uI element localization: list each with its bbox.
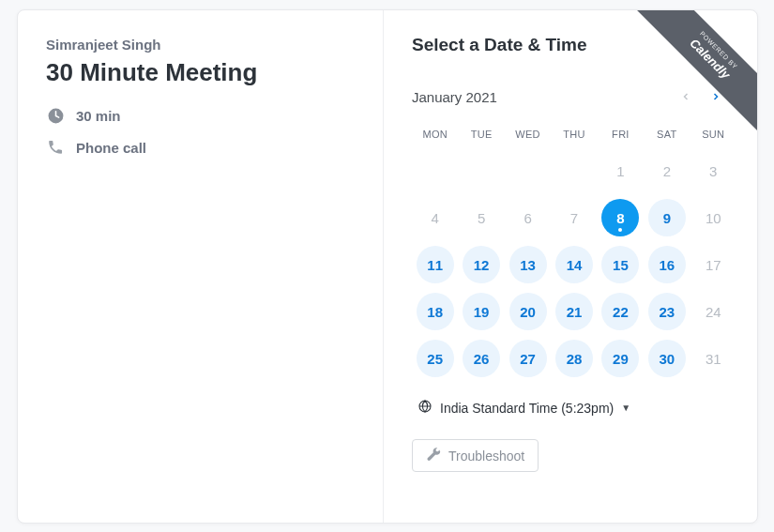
day-number: 7 [570,210,578,226]
location-row: Phone call [46,138,355,157]
day-number: 18 [417,293,454,330]
chevron-down-icon: ▼ [621,403,630,413]
day-number: 3 [709,163,717,179]
duration-label: 30 min [76,108,121,124]
day-number: 31 [706,351,721,367]
day-number: 25 [417,340,454,377]
calendar-day: 2 [644,151,690,190]
month-label: January 2021 [412,89,671,105]
calendar: January 2021 MONTUEWEDTHUFRISATSUN 12345… [412,82,736,378]
day-number: 8 [601,199,639,236]
calendar-day[interactable]: 23 [644,292,690,331]
prev-month-button[interactable] [671,82,701,112]
booking-card: Simranjeet Singh 30 Minute Meeting 30 mi… [17,9,758,524]
day-number: 2 [663,163,671,179]
timezone-button[interactable]: India Standard Time (5:23pm) ▼ [412,399,736,417]
calendar-day: 10 [691,198,736,237]
calendar-day[interactable]: 29 [598,339,644,378]
duration-row: 30 min [46,106,355,125]
day-number: 5 [478,210,485,226]
day-number: 15 [601,246,639,283]
day-number: 17 [706,257,721,273]
phone-icon [46,138,65,157]
calendar-day: 24 [691,292,736,331]
calendar-day: 31 [691,339,736,378]
weekday-label: FRI [598,129,644,140]
host-name: Simranjeet Singh [46,37,355,53]
day-number: 30 [648,340,686,377]
calendar-day[interactable]: 9 [644,198,690,237]
calendar-day[interactable]: 19 [458,292,504,331]
day-number: 6 [524,210,531,226]
calendar-day [412,151,458,190]
calendar-day[interactable]: 15 [598,245,644,284]
calendar-day[interactable]: 18 [412,292,458,331]
calendar-day: 7 [551,198,597,237]
day-number: 29 [601,340,639,377]
weekday-label: SAT [644,129,690,140]
troubleshoot-button[interactable]: Troubleshoot [412,439,539,472]
weekday-label: WED [505,129,551,140]
calendar-day [458,151,504,190]
troubleshoot-label: Troubleshoot [448,448,524,464]
day-number: 28 [555,340,593,377]
weekday-label: MON [412,129,458,140]
day-number: 10 [706,210,721,226]
calendar-day[interactable]: 16 [644,245,690,284]
meeting-title: 30 Minute Meeting [46,58,355,87]
calendar-day [551,151,597,190]
calendar-day[interactable]: 28 [551,339,597,378]
day-number: 21 [555,293,593,330]
weekday-label: SUN [691,129,736,140]
calendar-grid: 1234567891011121314151617181920212223242… [412,151,736,378]
day-number: 20 [509,293,547,330]
weekday-label: THU [551,129,597,140]
day-number: 4 [432,210,439,226]
day-number: 27 [509,340,547,377]
calendar-panel: Select a Date & Time January 2021 MONTUE… [384,10,757,523]
globe-icon [417,399,433,417]
calendar-day[interactable]: 25 [412,339,458,378]
day-number: 19 [463,293,500,330]
calendar-day[interactable]: 20 [505,292,551,331]
day-number: 11 [417,246,454,283]
calendar-day: 3 [691,151,736,190]
calendar-day[interactable]: 22 [598,292,644,331]
calendar-day[interactable]: 27 [505,339,551,378]
calendar-day[interactable]: 8 [598,198,644,237]
clock-icon [46,106,65,125]
day-number: 13 [509,246,547,283]
calendar-day: 1 [598,151,644,190]
day-number: 16 [648,246,686,283]
calendar-day[interactable]: 14 [551,245,597,284]
meeting-details-panel: Simranjeet Singh 30 Minute Meeting 30 mi… [18,10,384,523]
wrench-icon [426,447,441,464]
location-label: Phone call [76,140,146,156]
today-dot [618,228,622,232]
calendar-day [505,151,551,190]
calendar-day: 4 [412,198,458,237]
calendar-day[interactable]: 12 [458,245,504,284]
day-number: 23 [648,293,686,330]
day-number: 1 [616,163,624,179]
day-number: 26 [463,340,500,377]
calendar-day[interactable]: 21 [551,292,597,331]
day-number: 14 [555,246,593,283]
calendar-day: 6 [505,198,551,237]
calendar-day[interactable]: 26 [458,339,504,378]
month-nav: January 2021 [412,82,736,112]
day-number: 9 [648,199,686,236]
calendar-day[interactable]: 30 [644,339,690,378]
weekday-label: TUE [458,129,504,140]
weekday-header: MONTUEWEDTHUFRISATSUN [412,129,736,140]
day-number: 22 [601,293,639,330]
day-number: 24 [706,304,721,320]
day-number: 12 [463,246,500,283]
timezone-label: India Standard Time (5:23pm) [440,401,614,416]
calendar-day[interactable]: 11 [412,245,458,284]
calendar-day: 5 [458,198,504,237]
calendar-day[interactable]: 13 [505,245,551,284]
calendar-day: 17 [691,245,736,284]
